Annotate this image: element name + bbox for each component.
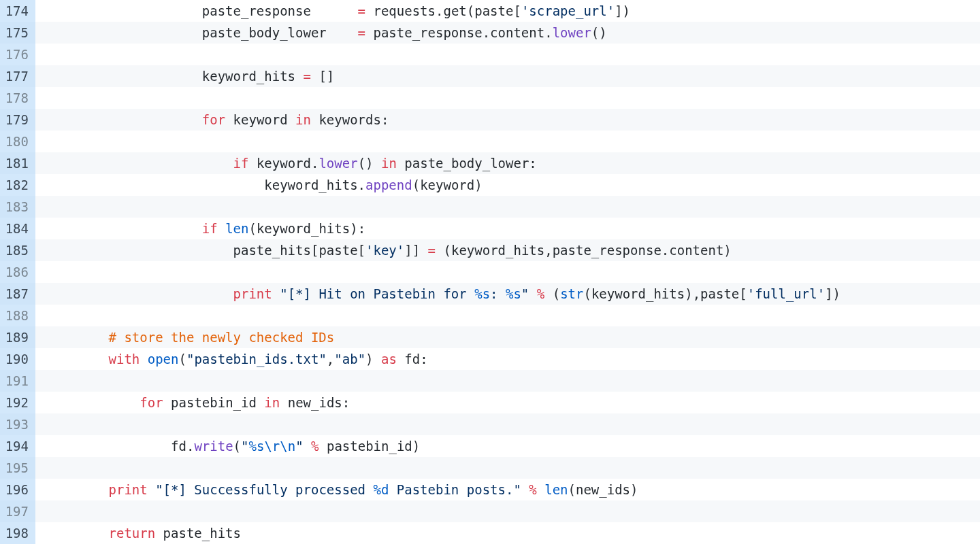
code-line[interactable]: 179 for keyword in keywords: xyxy=(0,109,980,131)
line-number: 180 xyxy=(0,131,35,152)
line-number: 196 xyxy=(0,479,35,500)
code-content[interactable]: return paste_hits xyxy=(35,522,241,544)
code-line[interactable]: 195 xyxy=(0,457,980,479)
line-number: 178 xyxy=(0,87,35,109)
code-line[interactable]: 192 for pastebin_id in new_ids: xyxy=(0,392,980,413)
line-number: 190 xyxy=(0,348,35,370)
code-content[interactable]: if keyword.lower() in paste_body_lower: xyxy=(35,152,537,174)
line-number: 195 xyxy=(0,457,35,479)
code-content[interactable] xyxy=(35,305,54,326)
line-number: 175 xyxy=(0,22,35,44)
code-line[interactable]: 185 paste_hits[paste['key']] = (keyword_… xyxy=(0,239,980,261)
code-line[interactable]: 197 xyxy=(0,500,980,522)
code-line[interactable]: 180 xyxy=(0,131,980,152)
code-content[interactable] xyxy=(35,413,54,435)
code-line[interactable]: 174 paste_response = requests.get(paste[… xyxy=(0,0,980,22)
code-content[interactable] xyxy=(35,500,54,522)
code-content[interactable] xyxy=(35,196,54,218)
code-content[interactable]: if len(keyword_hits): xyxy=(35,218,365,239)
code-line[interactable]: 196 print "[*] Successfully processed %d… xyxy=(0,479,980,500)
code-line[interactable]: 176 xyxy=(0,44,980,65)
code-content[interactable] xyxy=(35,261,54,283)
code-line[interactable]: 194 fd.write("%s\r\n" % pastebin_id) xyxy=(0,435,980,457)
code-line[interactable]: 183 xyxy=(0,196,980,218)
code-line[interactable]: 198 return paste_hits xyxy=(0,522,980,544)
code-line[interactable]: 189 # store the newly checked IDs xyxy=(0,326,980,348)
code-line[interactable]: 177 keyword_hits = [] xyxy=(0,65,980,87)
code-line[interactable]: 178 xyxy=(0,87,980,109)
line-number: 177 xyxy=(0,65,35,87)
code-content[interactable]: paste_body_lower = paste_response.conten… xyxy=(35,22,607,44)
code-content[interactable] xyxy=(35,457,54,479)
code-content[interactable]: with open("pastebin_ids.txt","ab") as fd… xyxy=(35,348,428,370)
code-content[interactable] xyxy=(35,87,54,109)
line-number: 193 xyxy=(0,413,35,435)
code-editor[interactable]: 174 paste_response = requests.get(paste[… xyxy=(0,0,980,544)
code-line[interactable]: 190 with open("pastebin_ids.txt","ab") a… xyxy=(0,348,980,370)
code-content[interactable]: paste_hits[paste['key']] = (keyword_hits… xyxy=(35,239,732,261)
code-content[interactable]: print "[*] Hit on Pastebin for %s: %s" %… xyxy=(35,283,840,305)
code-content[interactable]: # store the newly checked IDs xyxy=(35,326,334,348)
code-line[interactable]: 175 paste_body_lower = paste_response.co… xyxy=(0,22,980,44)
code-content[interactable]: print "[*] Successfully processed %d Pas… xyxy=(35,479,638,500)
code-line[interactable]: 186 xyxy=(0,261,980,283)
code-content[interactable] xyxy=(35,44,54,65)
code-content[interactable] xyxy=(35,370,54,392)
code-content[interactable]: paste_response = requests.get(paste['scr… xyxy=(35,0,630,22)
code-line[interactable]: 188 xyxy=(0,305,980,326)
line-number: 182 xyxy=(0,174,35,196)
line-number: 188 xyxy=(0,305,35,326)
line-number: 174 xyxy=(0,0,35,22)
line-number: 192 xyxy=(0,392,35,413)
line-number: 185 xyxy=(0,239,35,261)
code-line[interactable]: 184 if len(keyword_hits): xyxy=(0,218,980,239)
code-line[interactable]: 181 if keyword.lower() in paste_body_low… xyxy=(0,152,980,174)
code-line[interactable]: 193 xyxy=(0,413,980,435)
line-number: 184 xyxy=(0,218,35,239)
code-content[interactable]: for pastebin_id in new_ids: xyxy=(35,392,350,413)
line-number: 191 xyxy=(0,370,35,392)
code-content[interactable]: fd.write("%s\r\n" % pastebin_id) xyxy=(35,435,420,457)
code-line[interactable]: 182 keyword_hits.append(keyword) xyxy=(0,174,980,196)
line-number: 197 xyxy=(0,500,35,522)
code-content[interactable] xyxy=(35,131,54,152)
line-number: 189 xyxy=(0,326,35,348)
line-number: 186 xyxy=(0,261,35,283)
line-number: 179 xyxy=(0,109,35,131)
code-content[interactable]: for keyword in keywords: xyxy=(35,109,389,131)
code-content[interactable]: keyword_hits.append(keyword) xyxy=(35,174,483,196)
line-number: 183 xyxy=(0,196,35,218)
line-number: 198 xyxy=(0,522,35,544)
line-number: 187 xyxy=(0,283,35,305)
line-number: 176 xyxy=(0,44,35,65)
code-line[interactable]: 187 print "[*] Hit on Pastebin for %s: %… xyxy=(0,283,980,305)
line-number: 181 xyxy=(0,152,35,174)
code-content[interactable]: keyword_hits = [] xyxy=(35,65,334,87)
line-number: 194 xyxy=(0,435,35,457)
code-line[interactable]: 191 xyxy=(0,370,980,392)
